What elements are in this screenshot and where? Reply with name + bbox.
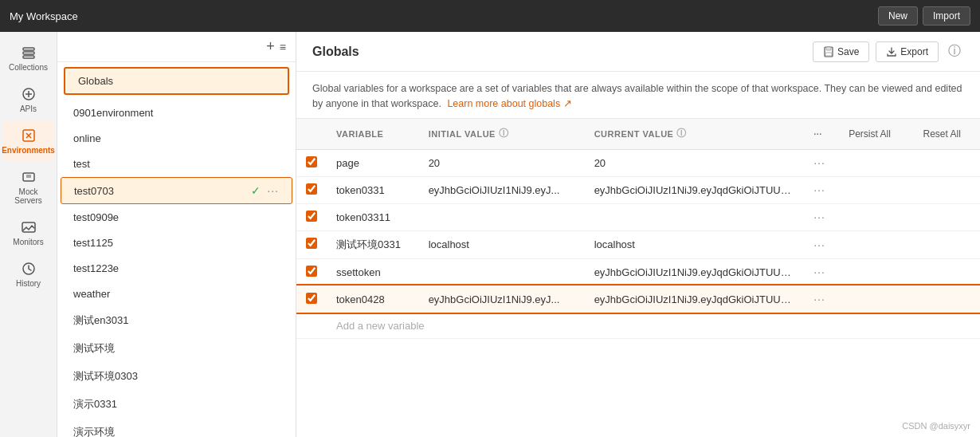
table-row: token0331 eyJhbGciOiJIUzI1NiJ9.eyJ... ey… [296,176,980,203]
row-persist [836,176,910,203]
row-checkbox[interactable] [306,183,317,195]
workspace-label: My Workspace [10,10,78,22]
var-initial-value: eyJhbGciOiJIUzI1NiJ9.eyJ... [419,176,585,203]
var-name: page [327,149,419,176]
row-options-icon[interactable]: ··· [813,293,825,305]
apis-icon [21,86,37,102]
row-checkbox[interactable] [306,211,317,222]
row-options[interactable]: ··· [804,285,836,313]
description-area: Global variables for a workspace are a s… [296,72,980,119]
row-checkbox-cell[interactable] [296,258,327,285]
row-reset [911,230,981,258]
var-table: VARIABLE INITIAL VALUE ⓘ CURRENT VA [296,119,980,339]
row-checkbox-cell[interactable] [296,230,327,258]
row-reset [911,203,981,230]
env-item-name: test0703 [74,185,251,197]
env-item[interactable]: 测试en3031 [61,307,292,334]
sidebar-label-environments: Environments [2,146,55,155]
env-item[interactable]: 测试环境 [61,335,292,362]
env-item[interactable]: test1223e [61,256,292,281]
top-bar: My Workspace New Import [0,0,980,32]
export-icon [886,46,897,57]
env-item[interactable]: test [61,152,292,176]
sidebar-item-apis[interactable]: APIs [3,80,54,120]
row-reset [911,149,981,176]
sidebar-item-environments[interactable]: Environments [3,121,54,161]
row-checkbox-cell[interactable] [296,176,327,203]
env-item-name: 测试环境0303 [73,369,280,384]
sidebar-item-history[interactable]: History [3,254,54,294]
var-name: token0428 [327,285,419,313]
env-item-name: test0909e [73,211,280,223]
persist-all-button[interactable]: Persist All [845,127,894,141]
var-current-value: 20 [585,149,805,176]
import-button[interactable]: Import [923,6,970,26]
col-header-initial: INITIAL VALUE ⓘ [419,119,585,150]
row-checkbox[interactable] [306,238,317,249]
env-item[interactable]: weather [61,281,292,306]
row-options-icon[interactable]: ··· [813,266,825,278]
row-checkbox-cell[interactable] [296,203,327,230]
col-header-reset[interactable]: Reset All [911,119,981,150]
var-current-value: eyJhbGciOiJIUzI1NiJ9.eyJqdGkiOiJTUU9BMDA… [585,285,805,313]
col-header-check [296,119,327,150]
row-options-icon[interactable]: ··· [813,156,825,169]
row-options[interactable]: ··· [804,203,836,230]
row-checkbox[interactable] [306,266,317,277]
new-button[interactable]: New [878,6,918,26]
var-name: 测试环境0331 [327,230,419,258]
add-var-checkbox [296,313,327,338]
row-options-icon[interactable]: ··· [813,238,825,251]
env-item-globals[interactable]: Globals [64,67,289,95]
learn-more-link[interactable]: Learn more about globals ↗ [447,98,571,109]
row-checkbox[interactable] [306,293,317,304]
collections-icon [21,45,37,61]
env-item[interactable]: 测试环境0303 [61,363,292,390]
row-options[interactable]: ··· [804,258,836,285]
env-item[interactable]: 演示环境 [61,419,292,437]
add-variable-row[interactable]: Add a new variable [296,313,980,338]
env-item[interactable]: 0901environment [61,100,292,125]
env-item[interactable]: 演示0331 [61,391,292,418]
row-options[interactable]: ··· [804,176,836,203]
env-item[interactable]: test0909e [61,205,292,230]
add-var-label[interactable]: Add a new variable [327,313,980,338]
filter-env-button[interactable]: ≡ [280,38,286,55]
row-checkbox[interactable] [306,156,317,167]
row-persist [836,149,910,176]
var-table-container: VARIABLE INITIAL VALUE ⓘ CURRENT VA [296,119,980,438]
info-button[interactable]: ⓘ [945,40,964,63]
col-header-options: ··· [804,119,836,150]
env-options-icon[interactable]: ··· [267,184,279,197]
sidebar: Collections APIs Environments [0,32,57,437]
sidebar-item-collections[interactable]: Collections [3,38,54,78]
row-options[interactable]: ··· [804,230,836,258]
row-options-icon[interactable]: ··· [813,211,825,223]
env-list: 0901environmentonlinetesttest0703✓···tes… [57,100,296,437]
svg-rect-2 [23,56,34,58]
mock-servers-icon [21,169,37,185]
sidebar-item-monitors[interactable]: Monitors [3,213,54,253]
col-header-persist[interactable]: Persist All [836,119,910,150]
sidebar-item-mock-servers[interactable]: Mock Servers [3,163,54,211]
row-options[interactable]: ··· [804,149,836,176]
env-item[interactable]: online [61,126,292,151]
row-reset [911,285,981,313]
row-options-icon[interactable]: ··· [813,183,825,196]
var-initial-value [419,258,585,285]
env-item-name: 测试en3031 [73,313,280,328]
save-icon [823,46,834,57]
row-checkbox-cell[interactable] [296,149,327,176]
env-item-name: online [73,132,280,144]
var-current-value: localhost [585,230,805,258]
reset-all-button[interactable]: Reset All [920,127,964,141]
env-item[interactable]: test0703✓··· [61,177,292,204]
add-env-button[interactable]: + [266,38,275,55]
table-row: 测试环境0331 localhost localhost ··· [296,230,980,258]
current-info-icon: ⓘ [676,127,687,140]
row-checkbox-cell[interactable] [296,285,327,313]
save-button[interactable]: Save [813,41,869,62]
env-item[interactable]: test1125 [61,230,292,255]
export-button[interactable]: Export [876,41,939,62]
var-current-value: eyJhbGciOiJIUzI1NiJ9.eyJqdGkiOiJTUU9BMDA… [585,176,805,203]
